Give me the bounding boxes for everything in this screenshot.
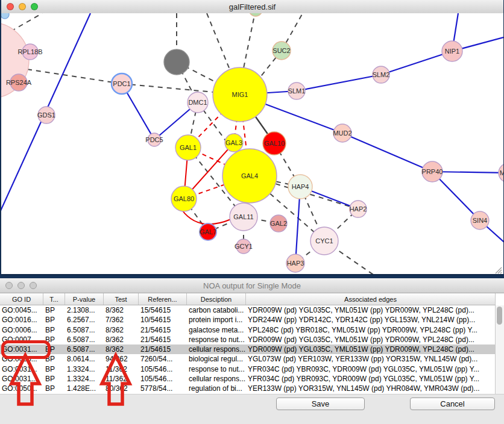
- node-label-GAL7: GAL7: [200, 228, 216, 235]
- cell: BP: [43, 305, 65, 315]
- column-header-goid[interactable]: GO ID: [0, 293, 43, 305]
- cell: GO:0050...: [0, 384, 43, 393]
- noa-window-titlebar[interactable]: NOA output for Single Mode: [0, 278, 504, 293]
- minimize-button[interactable]: [17, 282, 25, 289]
- cell: 21/54615: [139, 335, 187, 344]
- cell: 8/362: [104, 344, 139, 354]
- table-row[interactable]: GO:0045...BP2.1308...8/36215/54615carbon…: [0, 305, 496, 315]
- cell: response to nut...: [187, 364, 246, 374]
- network-window-title: galFiltered.sif: [1, 2, 503, 11]
- node-gray-node[interactable]: [164, 49, 189, 75]
- cell: BP: [43, 384, 65, 393]
- cell: BP: [43, 344, 65, 354]
- node-label-GAL11: GAL11: [233, 213, 253, 220]
- cell: 21/54615: [139, 344, 187, 354]
- maximize-button[interactable]: [30, 282, 37, 289]
- cell: 15/54615: [139, 305, 187, 315]
- node-green-cut-top[interactable]: [249, 13, 262, 16]
- table-row[interactable]: GO:0016...BP6.2567...7/36210/54615protei…: [0, 315, 496, 325]
- edge-dashed: [207, 13, 232, 75]
- column-header-test[interactable]: Test: [104, 293, 139, 305]
- cell: 94/362: [104, 354, 139, 364]
- node-label-PRP40: PRP40: [422, 168, 443, 175]
- cell: 8.0614...: [65, 354, 104, 364]
- node-label-MSL1: MSL1: [500, 169, 503, 176]
- table-row[interactable]: GO:0065...BP8.0614...94/3627260/54...bio…: [0, 354, 496, 364]
- network-canvas[interactable]: RPL18BRPS24AGDS1PDC1PDC5DMC1MIG1SUC2SLM1…: [1, 13, 503, 274]
- node-label-GAL3: GAL3: [225, 139, 242, 146]
- column-header-referen[interactable]: Referen...: [139, 293, 187, 305]
- close-button[interactable]: [5, 282, 13, 289]
- column-header-associatededges[interactable]: Associated edges: [246, 293, 496, 305]
- node-label-HAP4: HAP4: [292, 183, 309, 190]
- cell: 6.5087...: [65, 335, 104, 344]
- cell: 80/362: [104, 384, 139, 393]
- table-row[interactable]: GO:0031...BP1.3324...11/362105/546...cel…: [0, 374, 496, 384]
- cell: 5778/54...: [139, 384, 187, 393]
- cell: 10/54615: [139, 315, 187, 325]
- cell: cellular respons...: [187, 344, 246, 354]
- cell: YDR009W (pd) YGL035C, YML051W (pp) YDR00…: [246, 344, 496, 354]
- vertical-scrollbar[interactable]: [495, 305, 504, 394]
- cell: 11/362: [104, 374, 139, 384]
- edge-dashed: [11, 13, 42, 31]
- node-label-SUC2: SUC2: [272, 47, 290, 54]
- cell: 8/362: [104, 335, 139, 344]
- cell: 7260/54...: [139, 354, 187, 364]
- node-label-SIN4: SIN4: [473, 217, 487, 224]
- cell: 2.1308...: [65, 305, 104, 315]
- node-label-GDS1: GDS1: [37, 111, 55, 119]
- cell: 1.428E...: [65, 384, 104, 393]
- node-label-GAL4: GAL4: [241, 172, 258, 179]
- cell: YER133W (pp) YOR315W, YNL145W (pd) YHR08…: [246, 384, 496, 393]
- network-window-titlebar[interactable]: galFiltered.sif: [1, 0, 503, 14]
- node-label-PDC1: PDC1: [113, 80, 130, 87]
- table-row[interactable]: GO:0006...BP6.5087...8/36221/54615galact…: [0, 325, 496, 335]
- node-label-GAL80: GAL80: [174, 195, 194, 202]
- cell: 1.3324...: [65, 364, 104, 374]
- node-label-RPL18B: RPL18B: [18, 48, 43, 55]
- cell: YDR244W (pp) YDR142C, YDR142C (pp) YGL15…: [246, 315, 496, 325]
- column-header-pvalue[interactable]: P-value: [65, 293, 104, 305]
- resize-grip[interactable]: [500, 272, 502, 273]
- cell: YPL248C (pd) YBR018C, YML051W (pp) YDR00…: [246, 325, 496, 335]
- cell: BP: [43, 325, 65, 335]
- cell: YFR034C (pd) YBR093C, YDR009W (pd) YGL03…: [246, 374, 496, 384]
- table-row[interactable]: GO:0007...BP6.5087...8/36221/54615respon…: [0, 335, 496, 344]
- cell: BP: [43, 374, 65, 384]
- cell: protein import i...: [187, 315, 246, 325]
- edge-blue: [432, 172, 503, 173]
- cell: 105/546...: [139, 364, 187, 374]
- cell: YDR009W (pd) YGL035C, YML051W (pp) YDR00…: [246, 305, 496, 315]
- node-cut-top-left[interactable]: [1, 13, 9, 19]
- cell: YDR009W (pd) YGL035C, YML051W (pp) YDR00…: [246, 335, 496, 344]
- node-label-PDC5: PDC5: [145, 136, 163, 143]
- column-header-desciption[interactable]: Desciption: [187, 293, 246, 305]
- cell: 6.2567...: [65, 315, 104, 325]
- table-row-selected[interactable]: GO:0031...BP6.5087...8/36221/54615cellul…: [0, 344, 496, 354]
- table-header-row: GO IDT...P-valueTestReferen...Desciption…: [0, 293, 496, 305]
- cancel-button[interactable]: Cancel: [410, 398, 495, 410]
- cell: GO:0045...: [0, 305, 43, 315]
- cell: 6.5087...: [65, 325, 104, 335]
- scrollbar-thumb[interactable]: [497, 307, 502, 325]
- node-label-MIG1: MIG1: [232, 91, 248, 98]
- minimize-button[interactable]: [19, 3, 26, 10]
- cell: GO:0007...: [0, 335, 43, 344]
- cell: GO:0016...: [0, 315, 43, 325]
- node-label-HAP3: HAP3: [287, 260, 304, 267]
- column-header-t[interactable]: T...: [43, 293, 65, 305]
- save-button[interactable]: Save: [276, 398, 365, 410]
- cell: response to nut...: [187, 335, 246, 344]
- cell: BP: [43, 315, 65, 325]
- table-row[interactable]: GO:0050...BP1.428E...80/3625778/54...reg…: [0, 384, 496, 393]
- node-label-MUD2: MUD2: [333, 129, 351, 137]
- maximize-button[interactable]: [31, 3, 38, 10]
- close-button[interactable]: [7, 3, 14, 10]
- cell: 1.3324...: [65, 374, 104, 384]
- noa-output-window: NOA output for Single Mode GO IDT...P-va…: [0, 278, 504, 424]
- cell: 8/362: [104, 325, 139, 335]
- cell: regulation of bi...: [187, 384, 246, 393]
- table-row[interactable]: GO:0031...BP1.3324...11/362105/546...res…: [0, 364, 496, 374]
- node-label-DMC1: DMC1: [188, 99, 207, 106]
